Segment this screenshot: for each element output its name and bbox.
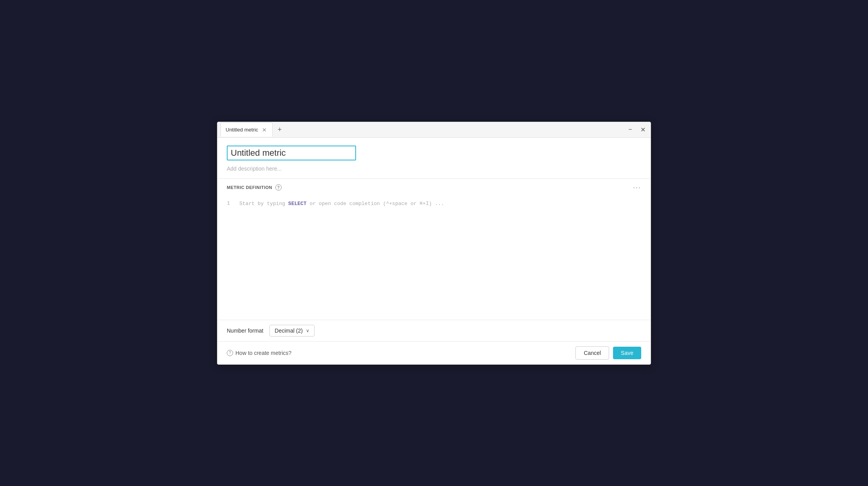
tab-close-button[interactable]: ✕ xyxy=(261,127,268,133)
help-icon: ? xyxy=(227,350,233,356)
chevron-down-icon: ∨ xyxy=(306,328,309,333)
active-tab[interactable]: Untitled metric ✕ xyxy=(221,122,273,137)
tab-label: Untitled metric xyxy=(226,127,258,133)
main-window: Untitled metric ✕ + − ✕ METRIC DEFINITIO… xyxy=(217,122,651,365)
save-button[interactable]: Save xyxy=(613,347,641,359)
code-prefix: Start by typing xyxy=(239,201,288,207)
format-value: Decimal (2) xyxy=(275,328,303,334)
bottom-bar: Number format Decimal (2) ∨ xyxy=(217,320,651,341)
footer-actions: Cancel Save xyxy=(575,346,641,360)
title-bar: Untitled metric ✕ + − ✕ xyxy=(217,122,651,138)
code-line-1: 1 Start by typing SELECT or open code co… xyxy=(217,200,651,207)
close-button[interactable]: ✕ xyxy=(638,125,647,134)
metric-def-text: METRIC DEFINITION xyxy=(227,185,272,190)
format-label: Number format xyxy=(227,328,263,334)
minimize-button[interactable]: − xyxy=(626,125,635,134)
code-suffix: or open code completion (^+space or ⌘+I)… xyxy=(307,201,444,207)
metric-def-label: METRIC DEFINITION ? xyxy=(227,184,282,191)
cancel-button[interactable]: Cancel xyxy=(575,346,609,360)
metric-definition-section: METRIC DEFINITION ? ··· 1 Start by typin… xyxy=(217,179,651,320)
content-area: METRIC DEFINITION ? ··· 1 Start by typin… xyxy=(217,138,651,364)
code-keyword: SELECT xyxy=(288,201,307,207)
metric-title-input[interactable] xyxy=(227,146,356,160)
format-select-dropdown[interactable]: Decimal (2) ∨ xyxy=(269,325,315,337)
line-content-1: Start by typing SELECT or open code comp… xyxy=(239,200,444,207)
help-link[interactable]: ? How to create metrics? xyxy=(227,350,291,356)
more-options-button[interactable]: ··· xyxy=(633,184,641,192)
window-controls: − ✕ xyxy=(626,125,647,134)
line-number-1: 1 xyxy=(227,200,239,206)
add-tab-button[interactable]: + xyxy=(274,124,285,135)
code-editor[interactable]: 1 Start by typing SELECT or open code co… xyxy=(217,196,651,320)
help-link-label: How to create metrics? xyxy=(235,350,291,356)
header-section xyxy=(217,138,651,179)
metric-def-header: METRIC DEFINITION ? ··· xyxy=(217,179,651,196)
metric-def-help-icon[interactable]: ? xyxy=(275,184,282,191)
footer-bar: ? How to create metrics? Cancel Save xyxy=(217,341,651,364)
description-input[interactable] xyxy=(227,166,641,172)
